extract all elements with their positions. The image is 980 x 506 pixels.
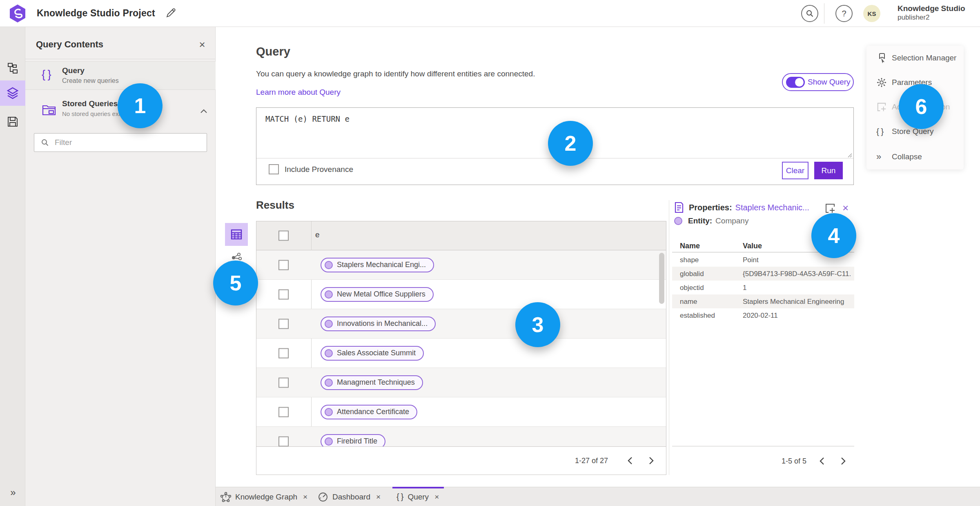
properties-close-button[interactable]: × bbox=[842, 202, 849, 214]
filter-input[interactable] bbox=[55, 138, 194, 147]
entity-pill[interactable]: Staplers Mechanical Engi... bbox=[321, 258, 434, 272]
knowledge-studio-logo-icon bbox=[8, 4, 27, 23]
row-checkbox[interactable] bbox=[278, 289, 289, 299]
annotation-circle-4: 4 bbox=[811, 213, 856, 258]
properties-prev-page-button[interactable] bbox=[815, 454, 829, 468]
close-tab-icon[interactable]: × bbox=[303, 493, 307, 502]
table-row[interactable]: New Metal Office Suppliers bbox=[256, 280, 666, 309]
table-row[interactable]: Sales Associate Summit bbox=[256, 339, 666, 368]
rail-item-save[interactable] bbox=[0, 109, 25, 134]
properties-rows: shape Point globalid {5D9B4713-F98D-4A53… bbox=[672, 253, 854, 322]
results-prev-page-button[interactable] bbox=[623, 454, 637, 468]
row-checkbox[interactable] bbox=[278, 260, 289, 270]
question-mark-icon: ? bbox=[842, 9, 846, 18]
gear-icon bbox=[876, 77, 890, 88]
rail-item-layers-active[interactable] bbox=[0, 80, 25, 106]
add-to-selection-icon bbox=[824, 203, 836, 214]
property-row: established 2020-02-11 bbox=[672, 308, 854, 322]
toggle-knob bbox=[795, 78, 804, 87]
tab-dashboard[interactable]: Dashboard × bbox=[318, 487, 381, 506]
properties-label: Properties: bbox=[689, 203, 732, 212]
bottom-tab-bar: Knowledge Graph × Dashboard × { } Query … bbox=[216, 487, 980, 506]
results-rows: Staplers Mechanical Engi... New Metal Of… bbox=[256, 250, 666, 446]
save-icon bbox=[7, 116, 19, 128]
property-row: name Staplers Mechanical Engineering bbox=[672, 294, 854, 308]
table-view-button[interactable] bbox=[225, 223, 248, 246]
table-row[interactable]: Innovations in Mechanical... bbox=[256, 309, 666, 339]
contents-close-button[interactable]: × bbox=[195, 38, 209, 51]
page-title: Knowledge Studio Project bbox=[37, 8, 155, 19]
stored-query-filter[interactable] bbox=[34, 133, 207, 152]
avatar[interactable]: KS bbox=[863, 5, 880, 22]
entity-pill-label: New Metal Office Suppliers bbox=[337, 290, 425, 299]
account-name: Knowledge Studio bbox=[898, 4, 977, 13]
column-header-e: e bbox=[315, 230, 320, 239]
search-button[interactable] bbox=[801, 5, 818, 22]
top-header: Knowledge Studio Project ? KS Knowledge … bbox=[0, 0, 980, 27]
tab-knowledge-graph[interactable]: Knowledge Graph × bbox=[220, 487, 307, 506]
row-checkbox[interactable] bbox=[278, 319, 289, 329]
hierarchy-icon bbox=[6, 62, 19, 75]
entity-pill[interactable]: Sales Associate Summit bbox=[321, 346, 424, 361]
left-icon-rail bbox=[0, 27, 25, 506]
entity-pill[interactable]: Managment Techniques bbox=[321, 375, 423, 390]
table-row[interactable]: Managment Techniques bbox=[256, 368, 666, 397]
row-checkbox[interactable] bbox=[278, 407, 289, 417]
tab-query-active[interactable]: { } Query × bbox=[396, 487, 439, 506]
entity-pill-label: Firebird Title bbox=[337, 437, 377, 446]
toggle-on-switch[interactable] bbox=[786, 77, 805, 88]
results-scrollbar-thumb[interactable] bbox=[659, 253, 664, 304]
menu-item-collapse[interactable]: » Collapse bbox=[866, 145, 964, 169]
entity-pill[interactable]: New Metal Office Suppliers bbox=[321, 287, 434, 302]
table-row[interactable]: Firebird Title bbox=[256, 427, 666, 446]
row-checkbox[interactable] bbox=[278, 436, 289, 446]
selection-manager-icon bbox=[876, 52, 890, 64]
properties-doc-icon bbox=[674, 202, 684, 213]
edit-title-icon[interactable] bbox=[165, 7, 176, 19]
include-provenance-checkbox[interactable] bbox=[269, 164, 279, 174]
menu-item-selection-manager[interactable]: Selection Manager bbox=[866, 46, 964, 70]
clear-button[interactable]: Clear bbox=[782, 162, 808, 179]
entity-pill[interactable]: Firebird Title bbox=[321, 434, 385, 447]
property-value: 1 bbox=[743, 284, 851, 292]
row-checkbox[interactable] bbox=[278, 348, 289, 358]
entity-dot-icon bbox=[674, 217, 682, 225]
annotation-circle-2: 2 bbox=[548, 121, 593, 166]
entity-dot-icon bbox=[325, 349, 333, 357]
name-column-header: Name bbox=[680, 242, 700, 250]
entity-pill[interactable]: Innovations in Mechanical... bbox=[321, 317, 436, 331]
property-name: globalid bbox=[680, 270, 704, 278]
contents-item-label: Query bbox=[62, 66, 85, 75]
learn-more-link[interactable]: Learn more about Query bbox=[256, 88, 341, 97]
contents-item-description: No stored queries exist bbox=[62, 110, 125, 117]
chevron-left-icon bbox=[627, 457, 633, 465]
property-name: shape bbox=[680, 256, 699, 264]
properties-entity-link[interactable]: Staplers Mechanic... bbox=[735, 203, 809, 212]
entity-pill[interactable]: Attendance Certificate bbox=[321, 405, 417, 419]
collapse-section-button[interactable] bbox=[200, 108, 207, 115]
properties-next-page-button[interactable] bbox=[836, 454, 850, 468]
contents-panel-title: Query Contents bbox=[36, 39, 103, 50]
account-username: publisher2 bbox=[898, 13, 929, 22]
resize-handle[interactable] bbox=[846, 152, 852, 158]
expand-rail-button[interactable]: » bbox=[0, 481, 25, 504]
show-query-toggle-button[interactable]: Show Query bbox=[782, 73, 854, 91]
property-row: objectid 1 bbox=[672, 281, 854, 294]
results-footer: 1-27 of 27 bbox=[256, 446, 666, 475]
row-checkbox[interactable] bbox=[278, 377, 289, 388]
dashboard-gauge-icon bbox=[318, 492, 328, 502]
run-button[interactable]: Run bbox=[814, 162, 843, 179]
close-tab-icon[interactable]: × bbox=[376, 493, 381, 502]
entity-dot-icon bbox=[325, 437, 333, 446]
select-all-checkbox[interactable] bbox=[278, 231, 289, 241]
contents-item-query[interactable]: { } Query Create new queries bbox=[25, 61, 216, 90]
close-tab-icon[interactable]: × bbox=[434, 493, 439, 502]
rail-item-hierarchy[interactable] bbox=[0, 56, 25, 81]
help-button[interactable]: ? bbox=[835, 5, 853, 22]
table-row[interactable]: Staplers Mechanical Engi... bbox=[256, 250, 666, 280]
table-row[interactable]: Attendance Certificate bbox=[256, 397, 666, 427]
results-next-page-button[interactable] bbox=[644, 454, 658, 468]
property-value: 2020-02-11 bbox=[743, 312, 851, 320]
query-text-editor[interactable]: MATCH (e) RETURN e bbox=[265, 114, 350, 123]
chevron-right-icon bbox=[840, 457, 846, 465]
